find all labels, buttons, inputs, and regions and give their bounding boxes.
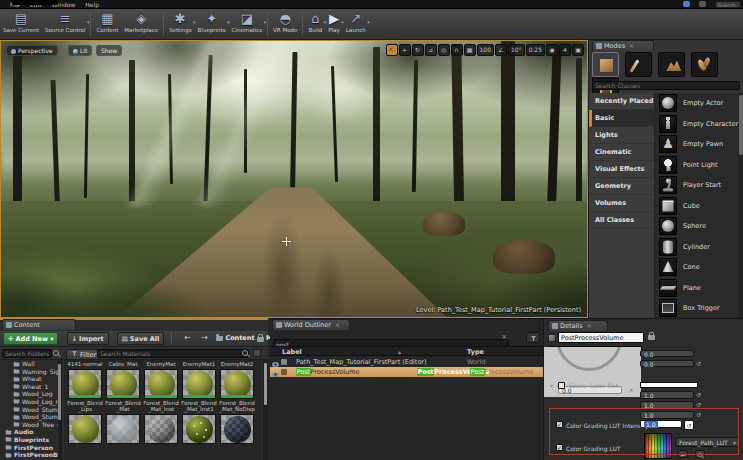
outliner-options-button[interactable] — [526, 332, 540, 343]
folder-wood-log[interactable]: Wood_Log — [0, 390, 61, 398]
select-tool-icon[interactable]: ↖ — [386, 44, 398, 56]
outliner-row[interactable]: Path_Test_Map_Tutorial_FirstPart (Editor… — [270, 357, 543, 367]
folder-firstperson[interactable]: FirstPerson — [0, 444, 61, 452]
lut-texture-thumbnail[interactable] — [644, 433, 672, 459]
search-assets-input[interactable] — [97, 349, 249, 358]
category-cinematic[interactable]: Cinematic — [589, 144, 654, 161]
numeric-field[interactable]: 0.0 — [640, 350, 694, 357]
toolbar-blueprints[interactable]: ✦Blueprints▾ — [195, 9, 229, 40]
back-button[interactable]: ← — [185, 331, 192, 345]
numeric-field[interactable]: 1.0 — [640, 391, 694, 399]
lut-asset-dropdown[interactable]: Forest_Path_LUT▾ — [675, 437, 739, 447]
asset-label[interactable]: EnemyMat2 — [218, 361, 256, 367]
close-icon[interactable]: × — [335, 321, 340, 328]
level-viewport[interactable]: Perspective Lit Show ↖+↻⊿◎∩▦100∠10°0.25◉… — [0, 40, 588, 318]
asset-forest-blend-mat-inst1[interactable]: Forest_Blend_Mat_Inst1 — [180, 369, 218, 412]
lut-intensity-checkbox[interactable]: ✓ — [556, 421, 563, 428]
modes-scrollbar[interactable] — [739, 93, 743, 318]
tab-world-outliner[interactable]: World Outliner× — [272, 319, 350, 330]
asset-partial[interactable] — [218, 414, 256, 444]
asset-forest-blend-mat-inst[interactable]: Forest_Blend_Mat_Inst — [142, 369, 180, 412]
lock-icon[interactable] — [257, 337, 264, 342]
asset-forest-blend-mat[interactable]: Forest_Blend_Mat — [104, 369, 142, 412]
category-volumes[interactable]: Volumes — [589, 195, 654, 212]
camera-icon[interactable]: ◉ — [546, 44, 558, 56]
column-label[interactable]: Label — [282, 348, 302, 356]
color-wheel-widget[interactable]: 0.0 ↗ — [544, 347, 641, 397]
surface-snap-icon[interactable]: ∩ — [451, 44, 463, 56]
angle-snap-icon[interactable]: ∠ — [495, 44, 507, 56]
asset-label[interactable]: 4141-normal — [66, 361, 104, 367]
toolbar-content[interactable]: ▦Content — [93, 9, 121, 40]
foliage-mode-button[interactable] — [691, 52, 718, 77]
menu-help[interactable]: Help — [85, 0, 99, 9]
place-item-cylinder[interactable]: Cylinder — [655, 237, 739, 258]
reset-icon[interactable]: ↺ — [696, 391, 701, 399]
place-item-box-trigger[interactable]: Box Trigger — [655, 298, 739, 318]
expander-icon[interactable]: ▾ — [550, 382, 553, 389]
paint-mode-button[interactable] — [625, 52, 652, 77]
layout-icon[interactable] — [699, 1, 706, 7]
folder-wood-tree-qb[interactable]: Wood_Tree_qB — [0, 421, 61, 429]
asset-partial[interactable] — [180, 414, 218, 444]
expand-icon[interactable]: ↗ — [628, 387, 633, 394]
asset-label[interactable]: EnemyMat — [142, 361, 180, 367]
landscape-mode-button[interactable] — [658, 52, 685, 77]
place-item-player-start[interactable]: Player Start — [655, 175, 739, 196]
asset-partial[interactable] — [66, 414, 104, 444]
folder-blueprints[interactable]: Blueprints — [0, 436, 61, 444]
reset-icon[interactable]: ↺ — [696, 360, 701, 368]
place-item-point-light[interactable]: Point Light — [655, 155, 739, 176]
tab-details[interactable]: Details× — [548, 320, 608, 331]
place-item-cone[interactable]: Cone — [655, 257, 739, 278]
category-all-classes[interactable]: All Classes — [589, 212, 654, 229]
scale-tool-icon[interactable]: ⊿ — [425, 44, 437, 56]
clear-search-icon[interactable]: × — [501, 334, 507, 341]
toolbar-build[interactable]: ⌂Build▾ — [305, 9, 325, 40]
toolbar-launch[interactable]: ↗Launch▾ — [343, 9, 369, 40]
asset-partial[interactable] — [142, 414, 180, 444]
place-item-empty-pawn[interactable]: ♟Empty Pawn — [655, 134, 739, 155]
grid-snap-icon[interactable]: ▦ — [464, 44, 476, 56]
close-icon[interactable]: × — [587, 322, 592, 329]
folder-wheat[interactable]: Wheat — [0, 375, 61, 383]
place-item-plane[interactable]: Plane — [655, 278, 739, 299]
place-item-empty-character[interactable]: Empty Character — [655, 114, 739, 135]
folder-wood-stump-[interactable]: Wood_Stump_ — [0, 413, 61, 421]
scene-color-tint-checkbox[interactable] — [558, 382, 565, 389]
asset-label[interactable]: EnemyMat1 — [180, 361, 218, 367]
outliner-row[interactable]: PostProcessVolumePostProcessVolumePostPr… — [270, 367, 543, 377]
folder-wood-stump[interactable]: Wood_Stump — [0, 406, 61, 414]
category-basic[interactable]: Basic — [589, 110, 654, 127]
lut-intensity-field[interactable]: 1.0 — [640, 420, 682, 428]
folder-wheat-1[interactable]: Wheat_1 — [0, 383, 61, 391]
reset-icon[interactable]: ↺ — [696, 401, 701, 409]
add-new-button[interactable]: ✚Add New ▾ — [3, 332, 58, 345]
toolbar-source-control[interactable]: ≡Source Control▾ — [42, 9, 89, 40]
forward-button[interactable]: → — [201, 331, 208, 345]
reset-icon[interactable]: ↺ — [684, 420, 694, 430]
toolbar-save-current[interactable]: ▤Save Current — [0, 9, 42, 40]
category-visual-effects[interactable]: Visual Effects — [589, 161, 654, 178]
folder-firstpersonbp[interactable]: FirstPersonBP — [0, 451, 61, 459]
toolbar-vr-mode[interactable]: ◓VR Mode — [270, 9, 300, 40]
tab-content-browser[interactable]: Content Browser× — [2, 319, 76, 330]
chevron-down-icon[interactable]: ▾ — [367, 19, 370, 25]
chevron-down-icon[interactable]: ▾ — [87, 19, 90, 25]
place-mode-button[interactable] — [592, 52, 619, 77]
numeric-field[interactable]: 1.0 — [640, 411, 694, 419]
place-item-cube[interactable]: Cube — [655, 196, 739, 217]
scale-snap-value[interactable]: 0.25 — [526, 44, 545, 56]
menu-search-input[interactable]: Search — [715, 1, 741, 8]
numeric-field[interactable]: 1.0 — [640, 401, 694, 409]
toolbar-marketplace[interactable]: ◈Marketplace — [121, 9, 161, 40]
category-geometry[interactable]: Geometry — [589, 178, 654, 195]
angle-snap-value[interactable]: 10° — [508, 44, 525, 56]
numeric-field[interactable]: 0.0 — [640, 360, 694, 367]
asset-forest-blend-mat-nodisp[interactable]: Forest_Blend_Mat_NoDisp — [218, 369, 256, 412]
lit-mode-button[interactable]: Lit — [68, 45, 92, 56]
visibility-eye-icon[interactable] — [272, 362, 279, 367]
tab-modes[interactable]: Modes× — [592, 40, 654, 51]
folder-wall[interactable]: Wall — [0, 360, 61, 368]
chevron-down-icon[interactable]: ▾ — [264, 19, 267, 25]
